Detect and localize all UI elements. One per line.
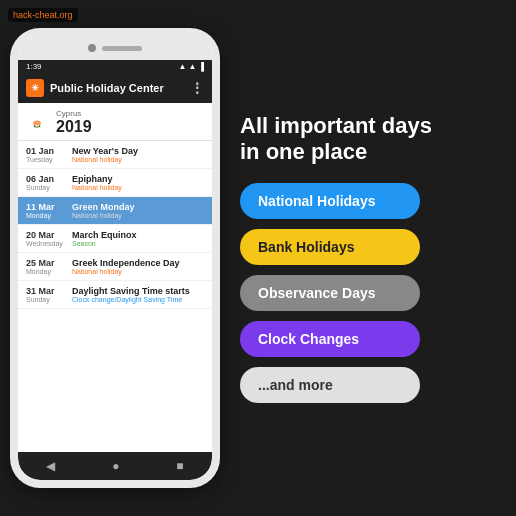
holiday-info: Epiphany National holiday: [72, 174, 122, 191]
holiday-name: Epiphany: [72, 174, 122, 184]
flag-icon: [26, 116, 48, 130]
app-logo-icon: ☀: [26, 79, 44, 97]
holiday-name: Greek Independence Day: [72, 258, 180, 268]
country-header: Cyprus 2019: [18, 103, 212, 141]
main-container: hack-cheat.org 1:39 ▲ ▲ ▐ ☀ Public Holi: [0, 0, 516, 516]
country-name: Cyprus: [56, 109, 92, 118]
holiday-date: 31 Mar: [26, 286, 64, 296]
right-panel: All important daysin one place National …: [220, 113, 500, 404]
observance-days-badge[interactable]: Observance Days: [240, 275, 420, 311]
holiday-day: Tuesday: [26, 156, 64, 163]
holiday-date: 01 Jan: [26, 146, 64, 156]
home-button[interactable]: ●: [112, 459, 119, 473]
recents-button[interactable]: ■: [176, 459, 183, 473]
holiday-info: Daylight Saving Time starts Clock change…: [72, 286, 190, 303]
holiday-info: New Year's Day National holiday: [72, 146, 138, 163]
back-button[interactable]: ◀: [46, 459, 55, 473]
holiday-item[interactable]: 31 Mar Sunday Daylight Saving Time start…: [18, 281, 212, 309]
holiday-item[interactable]: 20 Mar Wednesday March Equinox Season: [18, 225, 212, 253]
holiday-type: National holiday: [72, 268, 180, 275]
camera-icon: [88, 44, 96, 52]
holiday-type: National holiday: [72, 212, 135, 219]
wifi-icon: ▲: [188, 62, 196, 71]
holiday-date-col: 01 Jan Tuesday: [26, 146, 64, 163]
holiday-info: Greek Independence Day National holiday: [72, 258, 180, 275]
holiday-list: 01 Jan Tuesday New Year's Day National h…: [18, 141, 212, 452]
menu-icon[interactable]: ⋮: [190, 80, 204, 96]
clock-changes-badge[interactable]: Clock Changes: [240, 321, 420, 357]
holiday-type: Season: [72, 240, 137, 247]
holiday-date: 20 Mar: [26, 230, 64, 240]
holiday-info: Green Monday National holiday: [72, 202, 135, 219]
holiday-name: Daylight Saving Time starts: [72, 286, 190, 296]
svg-point-2: [34, 125, 36, 127]
svg-point-3: [39, 125, 41, 127]
holiday-day: Sunday: [26, 296, 64, 303]
app-bar: ☀ Public Holiday Center ⋮: [18, 73, 212, 103]
holiday-day: Wednesday: [26, 240, 64, 247]
holiday-name: New Year's Day: [72, 146, 138, 156]
holiday-date-col: 11 Mar Monday: [26, 202, 64, 219]
holiday-date-col: 06 Jan Sunday: [26, 174, 64, 191]
phone-top-bar: [18, 36, 212, 60]
holiday-info: March Equinox Season: [72, 230, 137, 247]
bottom-nav: ◀ ● ■: [18, 452, 212, 480]
badges-container: National HolidaysBank HolidaysObservance…: [240, 183, 500, 403]
holiday-date: 11 Mar: [26, 202, 64, 212]
signal-icon: ▲: [178, 62, 186, 71]
holiday-item[interactable]: 11 Mar Monday Green Monday National holi…: [18, 197, 212, 225]
status-time: 1:39: [26, 62, 42, 71]
holiday-date: 25 Mar: [26, 258, 64, 268]
holiday-name: Green Monday: [72, 202, 135, 212]
svg-point-1: [33, 120, 41, 125]
watermark: hack-cheat.org: [8, 8, 78, 22]
headline-text: All important daysin one place: [240, 113, 500, 166]
holiday-name: March Equinox: [72, 230, 137, 240]
holiday-type: Clock change/Daylight Saving Time: [72, 296, 190, 303]
status-icons: ▲ ▲ ▐: [178, 62, 204, 71]
year-display: 2019: [56, 118, 92, 136]
phone-mockup: 1:39 ▲ ▲ ▐ ☀ Public Holiday Center ⋮: [10, 28, 220, 488]
holiday-date: 06 Jan: [26, 174, 64, 184]
holiday-day: Monday: [26, 212, 64, 219]
phone-screen: 1:39 ▲ ▲ ▐ ☀ Public Holiday Center ⋮: [18, 36, 212, 480]
holiday-date-col: 20 Mar Wednesday: [26, 230, 64, 247]
bank-holidays-badge[interactable]: Bank Holidays: [240, 229, 420, 265]
holiday-day: Sunday: [26, 184, 64, 191]
holiday-date-col: 25 Mar Monday: [26, 258, 64, 275]
and-more-badge[interactable]: ...and more: [240, 367, 420, 403]
holiday-type: National holiday: [72, 156, 138, 163]
battery-icon: ▐: [198, 62, 204, 71]
holiday-item[interactable]: 06 Jan Sunday Epiphany National holiday: [18, 169, 212, 197]
speaker-bar: [102, 46, 142, 51]
holiday-date-col: 31 Mar Sunday: [26, 286, 64, 303]
holiday-item[interactable]: 25 Mar Monday Greek Independence Day Nat…: [18, 253, 212, 281]
holiday-type: National holiday: [72, 184, 122, 191]
country-info: Cyprus 2019: [56, 109, 92, 136]
status-bar: 1:39 ▲ ▲ ▐: [18, 60, 212, 73]
national-holidays-badge[interactable]: National Holidays: [240, 183, 420, 219]
holiday-day: Monday: [26, 268, 64, 275]
app-title: Public Holiday Center: [50, 82, 184, 94]
holiday-item[interactable]: 01 Jan Tuesday New Year's Day National h…: [18, 141, 212, 169]
